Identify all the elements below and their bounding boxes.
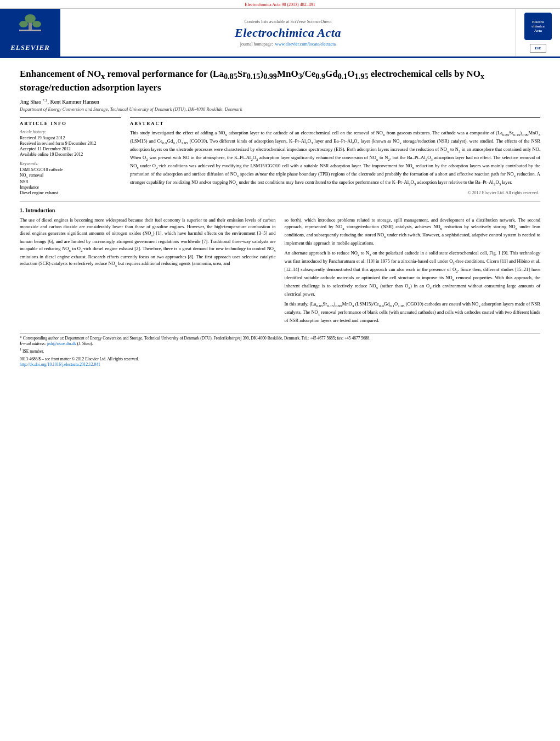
- body-col-right: so forth), which introduce problems rela…: [285, 217, 541, 327]
- introduction-section: 1. Introduction The use of diesel engine…: [20, 207, 540, 327]
- history-label: Article history:: [20, 129, 121, 134]
- intro-para-1: The use of diesel engines is becoming mo…: [20, 217, 276, 268]
- intro-para-2: so forth), which introduce problems rela…: [285, 217, 541, 247]
- svg-point-3: [19, 21, 28, 27]
- citation-text: Electrochimica Acta 90 (2013) 482–491: [245, 2, 315, 7]
- keyword-4: Impedance: [20, 185, 121, 190]
- svg-point-4: [32, 21, 41, 27]
- abstract-text: This study investigated the effect of ad…: [130, 129, 540, 187]
- abstract-col: ABSTRACT This study investigated the eff…: [130, 117, 540, 196]
- accepted-date: Accepted 11 December 2012: [20, 146, 121, 151]
- intro-para-3: An alternate approach is to reduce NOx t…: [285, 250, 541, 297]
- ea-badge: Electro chimica Acta: [524, 13, 552, 40]
- journal-homepage: journal homepage: www.elsevier.com/locat…: [240, 42, 336, 47]
- article-title: Enhancement of NOx removal performance f…: [20, 68, 540, 94]
- affiliation: Department of Energy Conversion and Stor…: [20, 106, 540, 112]
- footnote-doi: http://dx.doi.org/10.1016/j.electacta.20…: [20, 362, 540, 368]
- svg-rect-0: [19, 30, 41, 31]
- email-link[interactable]: jish@risoe.dtu.dk: [47, 341, 76, 346]
- elsevier-tree-icon: [14, 13, 47, 43]
- journal-center-info: Contents lists available at SciVerse Sci…: [60, 9, 516, 56]
- ise-badge: ISE: [530, 44, 546, 53]
- footnote-issn: 0013-4686/$ – see front matter © 2012 El…: [20, 357, 540, 363]
- received-date: Received 19 August 2012: [20, 135, 121, 140]
- footnote-email: E-mail address: jish@risoe.dtu.dk (J. Sh…: [20, 341, 540, 347]
- sciverse-line: Contents lists available at SciVerse Sci…: [245, 19, 332, 24]
- content-wrapper: Enhancement of NOx removal performance f…: [0, 58, 560, 368]
- article-info-abstract-row: ARTICLE INFO Article history: Received 1…: [20, 117, 540, 196]
- revised-date: Received in revised form 9 December 2012: [20, 141, 121, 146]
- author-line: Jing Shao *,1, Kent Kammer Hansen: [20, 98, 540, 105]
- article-info-heading: ARTICLE INFO: [20, 121, 121, 126]
- footnote-ise: 1 ISE member.: [20, 347, 540, 354]
- introduction-heading: 1. Introduction: [20, 207, 540, 213]
- journal-top-bar: ELSEVIER Contents lists available at Sci…: [0, 9, 560, 58]
- abstract-heading: ABSTRACT: [130, 121, 540, 126]
- keyword-1: LSM15/CGO10 cathode: [20, 167, 121, 172]
- section-divider: [20, 201, 540, 202]
- keyword-5: Diesel engine exhaust: [20, 190, 121, 195]
- keywords-label: Keywords:: [20, 161, 121, 166]
- body-two-col: The use of diesel engines is becoming mo…: [20, 217, 540, 327]
- keyword-3: NSR: [20, 179, 121, 184]
- keyword-2: NOx removal: [20, 173, 121, 179]
- intro-para-4: In this study, (La0.85Sr0.15)0.99MnO3 (L…: [285, 301, 541, 324]
- elsevier-logo: ELSEVIER: [0, 9, 60, 56]
- doi-link[interactable]: http://dx.doi.org/10.1016/j.electacta.20…: [20, 362, 100, 367]
- footnote-corresponding: * Corresponding author at: Department of…: [20, 336, 540, 342]
- footnote-section: * Corresponding author at: Department of…: [20, 333, 540, 368]
- journal-citation-header: Electrochimica Acta 90 (2013) 482–491: [0, 0, 560, 9]
- journal-homepage-link[interactable]: www.elsevier.com/locate/electacta: [275, 42, 336, 47]
- journal-title: Electrochimica Acta: [235, 26, 341, 40]
- available-date: Available online 19 December 2012: [20, 152, 121, 157]
- article-info-col: ARTICLE INFO Article history: Received 1…: [20, 117, 121, 196]
- copyright-line: © 2012 Elsevier Ltd. All rights reserved…: [130, 190, 540, 195]
- journal-right-logos: Electro chimica Acta ISE: [516, 9, 560, 56]
- elsevier-wordmark: ELSEVIER: [10, 43, 50, 52]
- body-col-left: The use of diesel engines is becoming mo…: [20, 217, 276, 327]
